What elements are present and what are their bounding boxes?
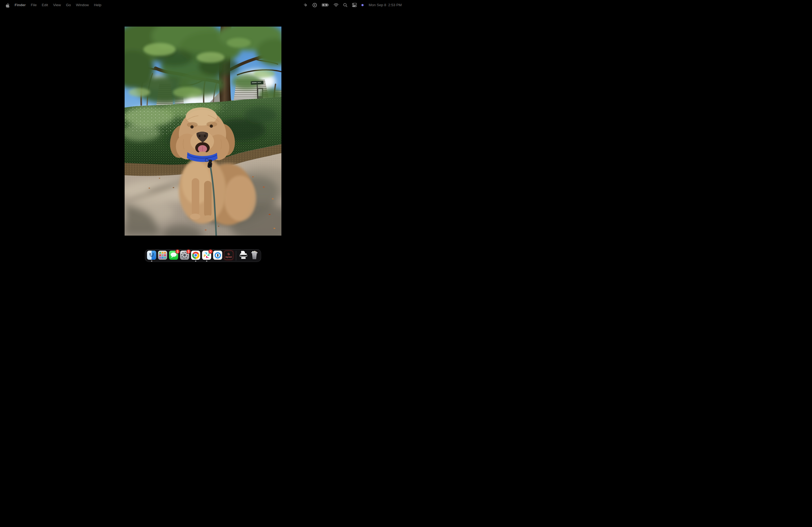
dock-item-printer[interactable] [239,251,248,260]
menu-file[interactable]: File [28,3,39,7]
raycast-glyph [227,252,231,256]
dock-item-launchpad[interactable] [158,251,167,260]
1password-icon [213,251,222,260]
1password-menubar-icon[interactable] [312,3,317,7]
launchpad-icon [158,251,167,260]
running-indicator [206,260,207,262]
menu-app-name[interactable]: Finder [12,3,28,7]
dock-item-raycast[interactable]: raycast [224,251,233,260]
dock-item-chrome[interactable] [191,251,200,260]
dock-item-trash[interactable] [250,251,259,260]
menu-bar-status: Mon Sep 8 2:53 PM [303,3,406,7]
menu-window[interactable]: Window [73,3,91,7]
raycast-menubar-icon[interactable] [303,3,308,7]
menu-go[interactable]: Go [63,3,73,7]
wallpaper-photo [125,27,281,236]
dock-item-messages[interactable]: 1 [169,251,178,260]
spotlight-icon[interactable] [343,3,347,7]
menu-edit[interactable]: Edit [39,3,50,7]
settings-badge: 1 [187,250,191,254]
dock-item-system-settings[interactable]: 1 [180,251,189,260]
menu-help[interactable]: Help [91,3,104,7]
running-indicator [195,260,196,262]
dock-item-finder[interactable] [147,251,156,260]
focus-indicator-dot[interactable] [361,4,364,6]
wifi-icon[interactable] [334,3,338,7]
menu-bar-left: Finder File Edit View Go Window Help [0,3,104,7]
dock-separator [236,251,236,260]
raycast-icon: raycast [224,251,233,260]
apple-icon [5,3,10,7]
messages-badge: 1 [176,250,180,254]
slack-badge: • [209,250,213,254]
dock-item-1password[interactable] [213,251,222,260]
raycast-label: raycast [225,256,232,258]
running-indicator [151,260,152,262]
menu-bar: Finder File Edit View Go Window Help [0,0,406,10]
menu-view[interactable]: View [50,3,63,7]
dog-photo-illustration [125,27,281,236]
control-center-icon[interactable] [352,3,357,7]
finder-icon [147,251,156,260]
dock-item-slack[interactable]: • [202,251,211,260]
apple-menu[interactable] [5,3,12,7]
chrome-icon [191,251,200,260]
dock: 1 1 [145,249,261,262]
trash-full-icon [250,251,259,260]
battery-icon[interactable] [322,3,329,7]
desktop: Finder File Edit View Go Window Help [0,0,406,264]
printer-icon [239,251,248,260]
menu-bar-clock[interactable]: Mon Sep 8 2:53 PM [369,3,402,7]
